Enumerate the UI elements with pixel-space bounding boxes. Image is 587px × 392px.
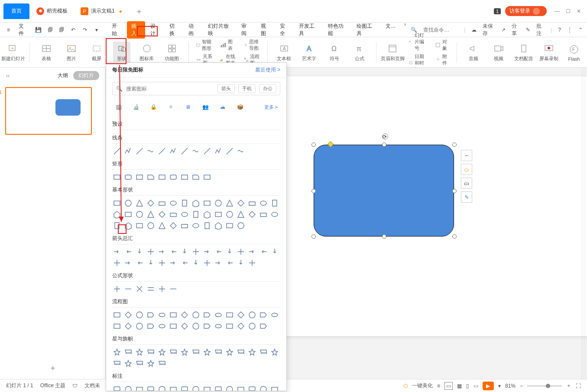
shape-grid-stars-1[interactable] (123, 347, 133, 357)
shape-grid-basic-30[interactable] (112, 221, 122, 230)
shape-grid-flow-27[interactable] (247, 321, 257, 331)
shape-grid-basic-33[interactable] (146, 221, 156, 230)
comment-label[interactable]: 批注 (536, 23, 545, 37)
shape-grid-arrows-17[interactable] (135, 258, 144, 268)
chart-button[interactable]: 图表 (220, 39, 236, 52)
menu-devtools[interactable]: 开发工具 (295, 21, 323, 39)
undo-icon[interactable]: ↶ (69, 27, 78, 33)
cat-icon-1[interactable]: 🏢 (115, 103, 123, 111)
shape-grid-flow-18[interactable] (146, 321, 156, 331)
menu-view[interactable]: 视图 (256, 21, 275, 39)
doc-audio-button[interactable]: 文档配音 (515, 42, 532, 62)
shape-grid-basic-35[interactable] (169, 221, 178, 230)
redo-icon[interactable]: ↷ (81, 27, 89, 33)
vertical-scrollbar[interactable] (581, 68, 586, 379)
menu-animation[interactable]: 动画 (184, 21, 202, 39)
menu-start[interactable]: 开始 (107, 21, 126, 39)
shape-grid-arrows-9[interactable] (214, 247, 223, 256)
shape-grid-flow-19[interactable] (157, 321, 167, 331)
cat-icon-7[interactable]: ⛰ (219, 103, 227, 111)
shape-grid-arrows-5[interactable] (169, 247, 178, 256)
shape-grid-basic-17[interactable] (135, 210, 144, 219)
shape-grid-flow-15[interactable] (112, 321, 122, 331)
slides-tab[interactable]: 幻灯片 (73, 71, 99, 80)
shape-grid-lines-4[interactable] (157, 146, 167, 156)
shape-grid-basic-39[interactable] (214, 221, 223, 230)
shape-grid-flow-21[interactable] (180, 321, 189, 331)
more-categories[interactable]: 更多 > (264, 104, 278, 110)
shape-grid-rect-4[interactable] (157, 172, 167, 182)
command-search-input[interactable] (423, 27, 458, 33)
cat-icon-8[interactable]: 📦 (236, 103, 244, 111)
shape-grid-stars-2[interactable] (135, 347, 144, 357)
cat-icon-4[interactable]: ⚛ (167, 103, 175, 111)
print-preview-icon[interactable]: 🗐 (58, 27, 66, 33)
shape-grid-basic-15[interactable] (112, 210, 122, 219)
shape-grid-arrows-6[interactable] (180, 247, 189, 256)
shape-grid-callout-0[interactable] (112, 385, 122, 391)
shape-grid-arrows-19[interactable] (157, 258, 167, 268)
shape-grid-lines-3[interactable] (146, 146, 156, 156)
shape-grid-math-0[interactable] (112, 284, 122, 294)
shape-grid-arrows-27[interactable] (247, 258, 257, 268)
fit-window-icon[interactable]: ⛶ (576, 383, 581, 389)
shape-grid-basic-18[interactable] (146, 210, 156, 219)
shape-grid-flow-24[interactable] (214, 321, 223, 331)
shape-grid-basic-20[interactable] (169, 210, 178, 219)
shape-grid-flow-28[interactable] (259, 321, 268, 331)
shape-grid-lines-5[interactable] (169, 146, 178, 156)
shape-grid-flow-13[interactable] (259, 310, 268, 320)
shape-grid-lines-0[interactable] (112, 146, 122, 156)
shape-grid-arrows-7[interactable] (191, 247, 201, 256)
shape-grid-callout-9[interactable] (214, 385, 223, 391)
video-button[interactable]: 视频 (490, 42, 507, 62)
close-icon[interactable]: ● (119, 8, 122, 14)
notes-view-icon[interactable]: ≡ (437, 383, 440, 389)
shape-grid-flow-10[interactable] (225, 310, 234, 320)
shape-grid-arrows-25[interactable] (225, 258, 234, 268)
shape-grid-lines-8[interactable] (202, 146, 212, 156)
shape-grid-arrows-21[interactable] (180, 258, 189, 268)
shape-grid-stars-16[interactable] (123, 359, 133, 368)
shape-grid-basic-7[interactable] (191, 198, 201, 208)
chip-arrow[interactable]: 箭头 (217, 84, 235, 93)
shape-grid-basic-26[interactable] (236, 210, 246, 219)
shape-grid-callout-10[interactable] (225, 385, 234, 391)
menu-design[interactable]: 设计 (146, 21, 164, 39)
slide-thumbnail-1[interactable]: 1 (5, 87, 92, 135)
notif-badge[interactable]: 1 (494, 8, 501, 14)
shape-grid-stars-13[interactable] (259, 347, 268, 357)
shape-grid-flow-4[interactable] (157, 310, 167, 320)
zoom-out-float[interactable]: − (461, 150, 472, 161)
shape-grid-flow-9[interactable] (214, 310, 223, 320)
shape-grid-basic-3[interactable] (146, 198, 156, 208)
flash-button[interactable]: FFlash (565, 43, 583, 62)
shape-grid-rect-2[interactable] (135, 172, 144, 182)
shape-grid-math-1[interactable] (123, 284, 133, 294)
shape-grid-callout-6[interactable] (180, 385, 189, 391)
shape-grid-basic-9[interactable] (214, 198, 223, 208)
new-tab-button[interactable]: ＋ (129, 6, 149, 16)
shape-grid-basic-41[interactable] (236, 221, 246, 230)
menu-drawtools[interactable]: 绘图工具 (352, 21, 380, 39)
shape-grid-stars-6[interactable] (180, 347, 189, 357)
shape-grid-arrows-2[interactable] (135, 247, 144, 256)
zoom-slider[interactable] (527, 385, 562, 387)
shape-grid-arrows-0[interactable] (112, 247, 122, 256)
shape-grid-basic-11[interactable] (236, 198, 246, 208)
shape-grid-callout-5[interactable] (169, 385, 178, 391)
shape-grid-stars-9[interactable] (214, 347, 223, 357)
shape-grid-callout-3[interactable] (146, 385, 156, 391)
layout-tool-float[interactable]: ▭ (461, 178, 472, 189)
iconlib-button[interactable]: 图标库 (138, 42, 156, 62)
shapes-button[interactable]: 形状 (113, 42, 130, 63)
screenshot-button[interactable]: 截屏 (88, 42, 105, 62)
shapes-list[interactable]: 预设 线条 矩形 基本形状 箭头总汇 公式形状 流程图 星与旗帜 标注 动作按钮 (106, 116, 286, 391)
cat-icon-2[interactable]: 🔬 (132, 103, 140, 111)
shape-grid-lines-1[interactable] (123, 146, 133, 156)
shape-grid-lines-6[interactable] (180, 146, 189, 156)
sorter-view-icon[interactable]: ▦ (457, 383, 462, 389)
textbox-button[interactable]: A文本框 (276, 42, 293, 62)
shape-grid-basic-22[interactable] (191, 210, 201, 219)
chip-phone[interactable]: 手机 (238, 84, 256, 93)
